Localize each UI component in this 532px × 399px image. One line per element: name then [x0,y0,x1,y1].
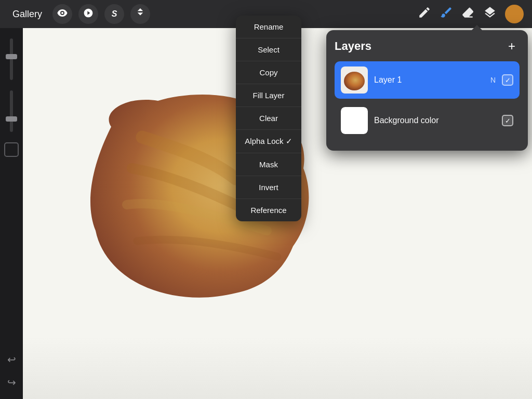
svg-point-1 [344,72,365,90]
menu-item-invert[interactable]: Invert [236,176,301,199]
layer-name-layer1: Layer 1 [374,75,484,85]
layer-row-background[interactable]: Background color [335,102,520,139]
layer-thumbnail-background [341,107,368,134]
brush-size-track [10,38,13,80]
layer-checkbox-layer1[interactable] [502,74,513,86]
toolbar-left: Gallery S [8,4,150,24]
layer-name-background: Background color [374,116,496,125]
settings-button[interactable] [52,4,72,24]
layer-thumbnail-layer1 [341,66,368,94]
eraser-tool-icon[interactable] [461,6,475,22]
menu-item-clear[interactable]: Clear [236,107,301,130]
gallery-button[interactable]: Gallery [8,7,46,22]
add-layer-button[interactable]: + [504,38,520,54]
layer-checkbox-background[interactable] [502,115,513,126]
panel-arrow [472,25,482,30]
menu-item-rename[interactable]: Rename [236,16,301,38]
pencil-tool-icon[interactable] [418,6,431,22]
menu-item-select[interactable]: Select [236,38,301,61]
layer-thumb-white-background [341,107,368,134]
user-avatar[interactable] [505,5,524,23]
smudge-button[interactable]: S [104,4,124,24]
layers-list: Layer 1NBackground color [335,61,520,139]
layer-mode-layer1: N [490,76,496,84]
color-selector-button[interactable] [4,142,19,157]
undo-button[interactable]: ↩ [7,353,16,366]
canvas-gradient [23,337,532,399]
opacity-slider[interactable] [10,90,13,132]
smudge-icon: S [112,9,117,19]
menu-item-reference[interactable]: Reference [236,199,301,221]
brush-settings-button[interactable] [78,4,98,24]
menu-item-copy[interactable]: Copy [236,61,301,84]
transform-icon [136,8,145,20]
transform-button[interactable] [130,4,150,24]
layers-header: Layers + [335,38,520,54]
opacity-track [10,90,13,132]
menu-item-alpha-lock[interactable]: Alpha Lock ✓ [236,130,301,153]
menu-item-mask[interactable]: Mask [236,153,301,176]
opacity-thumb[interactable] [6,116,17,122]
brush-settings-icon [83,8,94,21]
redo-button[interactable]: ↪ [7,376,16,389]
brush-size-thumb[interactable] [6,54,17,59]
brush-tool-icon[interactable] [440,6,453,22]
layer-row-layer1[interactable]: Layer 1N [335,61,520,99]
layers-tool-icon[interactable] [483,6,497,22]
brush-size-slider[interactable] [10,38,13,80]
settings-icon [57,8,68,21]
layers-panel: Layers + Layer 1NBackground color [326,30,528,151]
layers-title: Layers [335,39,371,53]
left-sidebar: ↩ ↪ [0,28,23,399]
context-menu: RenameSelectCopyFill LayerClearAlpha Loc… [236,16,301,221]
toolbar-right [418,5,524,23]
menu-item-fill-layer[interactable]: Fill Layer [236,84,301,107]
